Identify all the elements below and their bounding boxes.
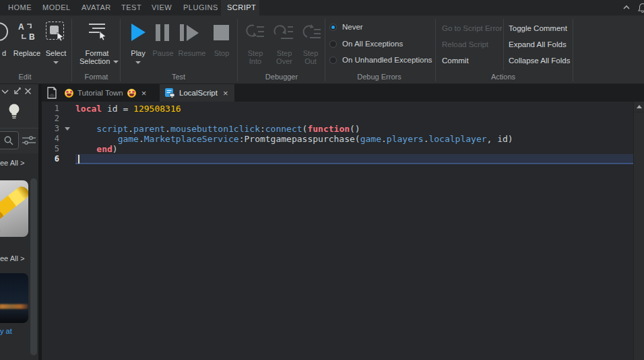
code-line: 6 [42,154,633,164]
menu-model[interactable]: MODEL [42,0,71,15]
radio-on-unhandled-exceptions[interactable]: On Unhandled Exceptions [329,56,432,64]
fold-gutter[interactable] [59,124,75,134]
find-icon[interactable] [0,22,8,41]
menu-avatar[interactable]: AVATAR [82,0,111,15]
reload-script-button[interactable]: Reload Script [442,40,488,48]
code-line: 2 [42,114,633,124]
menubar: HOME MODEL AVATAR TEST VIEW PLUGINS SCRI… [0,0,644,15]
resume-button[interactable]: Resume [176,49,208,57]
stop-button[interactable]: Stop [209,49,234,57]
find-button[interactable]: d [0,49,8,57]
asset-thumbnail-night-city[interactable] [0,273,28,323]
format-selection-button[interactable]: Format Selection [79,49,115,65]
code-line: 1local id = 129508316 [42,104,633,114]
play-dropdown-caret-icon[interactable] [135,61,141,64]
asset-name-link[interactable]: y at [0,327,12,335]
commit-button[interactable]: Commit [442,57,469,65]
tab-close-icon[interactable]: × [140,89,148,98]
menu-home[interactable]: HOME [8,0,32,15]
tab-tutorial-town-title: Tutorial Town [77,89,123,97]
editor-vertical-scrollbar[interactable] [633,102,644,360]
step-out-button[interactable]: Step Out [300,49,321,65]
line-number: 1 [42,104,59,114]
svg-text:A: A [18,22,24,32]
pause-button[interactable]: Pause [150,49,176,57]
city-lights-image [0,304,28,309]
see-all-link-1[interactable]: ee All > [0,159,24,167]
stop-icon [214,25,229,40]
collapse-all-folds-button[interactable]: Collapse All Folds [509,57,570,65]
asset-thumbnail-flashlight[interactable]: HT [0,180,28,237]
fold-gutter [59,134,75,144]
panel-float-icon[interactable] [13,87,21,96]
notifications-bell-icon[interactable] [637,3,644,13]
play-icon[interactable] [131,24,146,41]
step-into-button[interactable]: Step Into [245,49,265,65]
menu-plugins[interactable]: PLUGINS [183,0,218,15]
step-over-line2: Over [276,57,292,65]
tab-localscript-title: LocalScript [179,89,218,97]
tab-close-icon[interactable]: × [222,89,230,98]
panel-close-icon[interactable] [24,87,32,95]
see-all-link-2[interactable]: ee All > [0,254,24,262]
radio-on-all-exceptions[interactable]: On All Exceptions [329,40,403,48]
section-label-actions: Actions [486,73,520,81]
line-number: 6 [42,154,59,164]
section-label-edit: Edit [9,73,40,81]
toolbox-scrollbar-thumb[interactable] [30,178,37,355]
scrollbar-up-arrow-icon[interactable] [634,102,644,112]
format-selection-caret-icon [113,61,119,63]
radio-never-label: Never [342,23,363,31]
step-over-button[interactable]: Step Over [273,49,295,65]
filter-sliders-icon[interactable] [22,135,36,146]
roblox-studio-window: HOME MODEL AVATAR TEST VIEW PLUGINS SCRI… [0,0,644,360]
page-icon[interactable] [47,87,57,99]
go-to-script-error-button[interactable]: Go to Script Error [442,24,502,32]
step-over-icon [273,24,293,41]
pause-icon [156,24,169,41]
expand-all-folds-button[interactable]: Expand All Folds [509,40,567,48]
code-text [75,154,633,164]
select-icon [46,22,64,40]
code-line: 3 script.parent.mousebutton1click:connec… [42,124,633,134]
step-out-icon [300,24,321,41]
fold-gutter [59,104,75,114]
panel-chevron-down-icon[interactable] [1,89,9,94]
toggle-comment-button[interactable]: Toggle Comment [509,24,567,32]
step-into-line1: Step [248,49,263,57]
radio-never[interactable]: Never [329,23,363,31]
svg-text:B: B [29,32,35,42]
section-label-debugger: Debugger [263,73,300,81]
select-button[interactable]: Select [42,49,70,57]
code-editor[interactable]: 1local id = 12950831623 script.parent.mo… [42,102,633,360]
collapse-ribbon-chevron-up-icon[interactable] [623,5,630,10]
fold-gutter [59,154,75,164]
tab-tutorial-town[interactable]: Tutorial Town × [59,84,153,102]
code-lines: 1local id = 12950831623 script.parent.mo… [42,104,633,164]
format-selection-line2: Selection [79,57,110,65]
play-button[interactable]: Play [124,49,152,57]
menu-test[interactable]: TEST [121,0,141,15]
menu-script[interactable]: SCRIPT [227,0,256,15]
menu-view[interactable]: VIEW [152,0,172,15]
code-line: 4 game.MarketplaceService:Promtgamepassp… [42,134,633,144]
localscript-icon [165,88,175,98]
code-text: end) [75,144,633,154]
step-over-line1: Step [277,49,292,57]
fold-arrow-icon[interactable] [65,127,70,131]
ribbon-script-tab: d A B Replace Select Edit [0,15,644,84]
tab-localscript[interactable]: LocalScript × [160,84,234,102]
line-number: 2 [42,114,59,124]
line-number: 4 [42,134,59,144]
resume-icon [180,24,199,41]
format-selection-line1: Format [86,49,109,57]
select-dropdown-caret-icon[interactable] [53,61,59,64]
code-text: script.parent.mousebutton1click:connect(… [75,124,633,134]
code-text: game.MarketplaceService:Promtgamepasspur… [75,134,633,144]
gold-item-image [0,184,28,225]
code-text: local id = 129508316 [75,104,633,114]
replace-button[interactable]: Replace [11,49,42,57]
toolbox-search-input[interactable] [0,131,19,149]
toolbox-panel: ee All > HT ee All > y at [0,84,38,360]
script-editor-pane: Tutorial Town × LocalScript × [42,84,644,360]
